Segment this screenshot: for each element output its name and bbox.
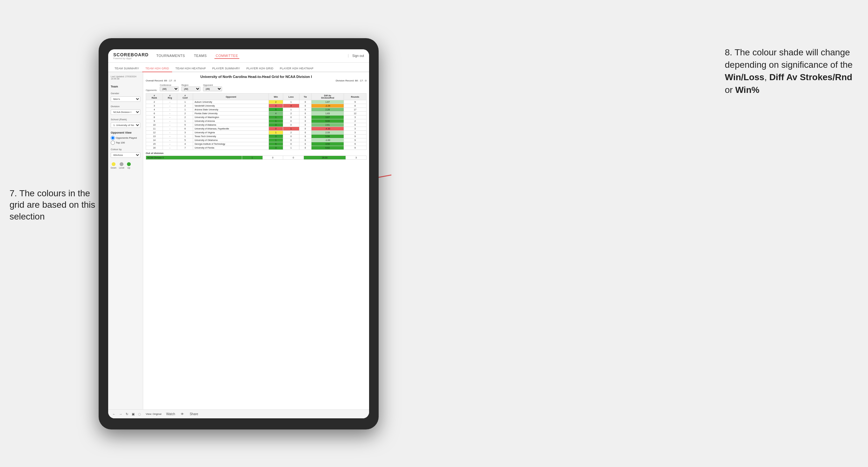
cell-tie: 0 xyxy=(299,131,311,134)
opponents-played-option[interactable]: Opponents Played xyxy=(111,136,140,140)
table-row: 12 - 3 University of Virginia 1 2 0 2.33… xyxy=(146,131,367,134)
tab-player-h2h-heatmap[interactable]: PLAYER H2H HEATMAP xyxy=(277,65,317,71)
cell-opponent: University of Florida xyxy=(193,146,269,150)
cell-tie: 0 xyxy=(299,127,311,131)
toolbar-crop[interactable]: ▣ xyxy=(131,412,135,416)
table-row: 16 - 7 University of Florida 3 1 0 6.62 … xyxy=(146,146,367,150)
main-content: Last Updated: 27/03/2024 16:55:38 Team G… xyxy=(108,72,369,409)
cell-reg: - xyxy=(163,116,177,119)
out-of-division-row: NCAA Division II 1 0 0 26.00 3 xyxy=(146,156,367,160)
app-logo: SCOREBOARD xyxy=(113,52,149,57)
overall-record: Overall Record: 89 - 17 - 0 xyxy=(146,79,176,82)
region-filter-group: Region (All) xyxy=(181,84,200,91)
cell-rank: 14 xyxy=(146,138,163,142)
cell-reg: - xyxy=(163,134,177,138)
toolbar-nav-group: ← → ↻ ▣ ◌ xyxy=(111,412,142,416)
division-section: Division NCAA Division I xyxy=(111,105,140,115)
toolbar-back[interactable]: ← xyxy=(111,412,117,416)
cell-rank: 11 xyxy=(146,127,163,131)
cell-diff: 6.62 xyxy=(311,146,344,150)
cell-rounds: 9 xyxy=(344,142,366,146)
cell-conf: 5 xyxy=(177,123,193,127)
col-loss: Loss xyxy=(283,94,299,100)
col-rank: #Rank xyxy=(146,94,163,100)
out-of-division-tie: 0 xyxy=(283,156,304,160)
cell-win: 1 xyxy=(269,131,283,134)
table-row: 13 - 1 Texas Tech University 3 0 0 5.56 … xyxy=(146,134,367,138)
toolbar-forward[interactable]: → xyxy=(118,412,123,416)
region-filter-select[interactable]: (All) xyxy=(181,87,200,91)
cell-loss: 1 xyxy=(283,127,299,131)
tab-team-h2h-heatmap[interactable]: TEAM H2H HEATMAP xyxy=(172,65,209,71)
opponent-view-radio-group: Opponents Played Top 100 xyxy=(111,136,140,145)
cell-rank: 3 xyxy=(146,104,163,108)
conference-filter-select[interactable]: (All) xyxy=(160,87,179,91)
cell-loss: 0 xyxy=(283,116,299,119)
gender-label: Gender xyxy=(111,92,140,95)
cell-win: 0 xyxy=(269,104,283,108)
cell-conf: 1 xyxy=(177,119,193,123)
toolbar-refresh[interactable]: ↻ xyxy=(125,412,129,416)
conference-filter-label: Conference xyxy=(160,84,179,86)
opponents-played-radio[interactable] xyxy=(111,136,115,140)
school-select[interactable]: 1. University of Nort... xyxy=(111,122,140,128)
cell-rounds: 9 xyxy=(344,146,366,150)
sidebar: Last Updated: 27/03/2024 16:55:38 Team G… xyxy=(108,72,143,409)
color-dot-level xyxy=(120,162,123,166)
tablet-frame: SCOREBOARD Powered by clippd TOURNAMENTS… xyxy=(99,38,379,430)
school-section: School (Rank) 1. University of Nort... xyxy=(111,118,140,128)
nav-teams[interactable]: TEAMS xyxy=(192,53,208,59)
tab-team-h2h-grid[interactable]: TEAM H2H GRID xyxy=(142,65,172,72)
cell-opponent: University of Oklahoma xyxy=(193,138,269,142)
cell-rounds: 8 xyxy=(344,123,366,127)
cell-loss: 2 xyxy=(283,131,299,134)
tab-player-summary[interactable]: PLAYER SUMMARY xyxy=(209,65,243,71)
tab-player-h2h-grid[interactable]: PLAYER H2H GRID xyxy=(243,65,277,71)
table-row: 10 - 5 University of Alabama 3 0 0 2.61 … xyxy=(146,123,367,127)
cell-rounds: 12 xyxy=(344,112,366,116)
col-opponent: Opponent xyxy=(193,94,269,100)
colour-by-label: Colour by xyxy=(111,148,140,151)
watch-btn[interactable]: Watch xyxy=(165,412,176,416)
share-btn[interactable]: Share xyxy=(189,412,199,416)
cell-rank: 4 xyxy=(146,108,163,112)
color-down-label: Down xyxy=(111,167,117,169)
cell-rounds: 9 xyxy=(344,100,366,104)
tab-team-summary[interactable]: TEAM SUMMARY xyxy=(111,65,142,71)
cell-conf: 1 xyxy=(177,108,193,112)
nav-tournaments[interactable]: TOURNAMENTS xyxy=(155,53,186,59)
cell-opponent: Arizona State University xyxy=(193,108,269,112)
cell-reg: - xyxy=(163,131,177,134)
cell-diff: -4.33 xyxy=(311,127,344,131)
top100-radio[interactable] xyxy=(111,141,115,145)
app-header: SCOREBOARD Powered by clippd TOURNAMENTS… xyxy=(108,49,369,63)
team-section: Team xyxy=(111,85,140,89)
table-row: 9 - 1 University of Arizona 1 0 0 9.00 2 xyxy=(146,119,367,123)
table-row: 8 - 2 University of Washington 1 0 0 3.6… xyxy=(146,116,367,119)
opponents-filter-label: Opponents: xyxy=(146,89,157,91)
out-of-division-win: 1 xyxy=(242,156,262,160)
cell-rank: 2 xyxy=(146,100,163,104)
sign-out-link[interactable]: Sign out xyxy=(348,54,364,58)
gender-select[interactable]: Men's xyxy=(111,96,140,102)
colour-by-select[interactable]: Win/loss xyxy=(111,152,140,158)
toolbar-clock[interactable]: ◌ xyxy=(137,412,142,416)
cell-tie: 0 xyxy=(299,108,311,112)
out-of-division-rounds: 3 xyxy=(346,156,367,160)
out-of-division-header: Out of division xyxy=(146,152,367,155)
cell-tie: 0 xyxy=(299,104,311,108)
cell-reg: - xyxy=(163,104,177,108)
color-level: Level xyxy=(119,162,124,169)
view-label: View: Original xyxy=(146,413,161,415)
toolbar-icons[interactable]: 👁 xyxy=(180,412,185,416)
cell-win: 2 xyxy=(269,100,283,104)
opponent-filter-select[interactable]: (All) xyxy=(203,87,222,91)
cell-diff: 1.67 xyxy=(311,100,344,104)
division-select[interactable]: NCAA Division I xyxy=(111,110,140,115)
team-label: Team xyxy=(111,85,140,88)
nav-committee[interactable]: COMMITTEE xyxy=(214,53,240,59)
col-tie: Tie xyxy=(299,94,311,100)
cell-rounds: 9 xyxy=(344,134,366,138)
top100-option[interactable]: Top 100 xyxy=(111,141,140,145)
filter-row: Opponents: Conference (All) Region (All) xyxy=(146,84,367,91)
